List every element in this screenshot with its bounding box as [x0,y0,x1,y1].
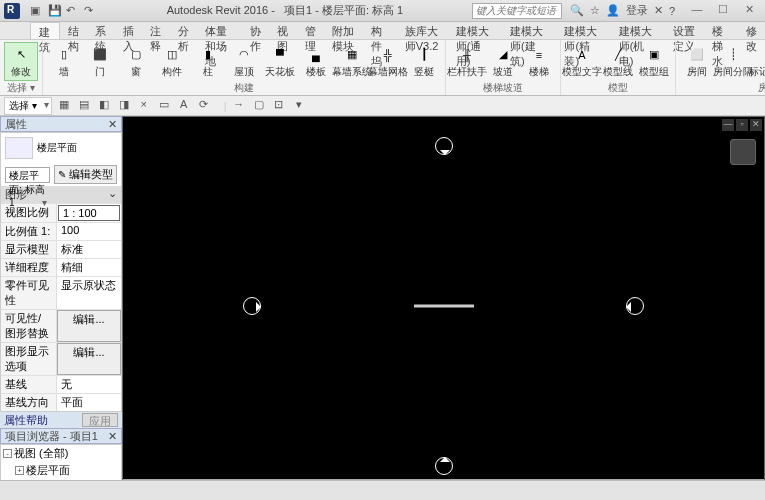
ribbon-button-curtain[interactable]: ▦幕墙系统 [335,42,369,81]
ribbon-tab[interactable]: 分析 [170,22,198,39]
subscription-icon[interactable]: ☆ [590,4,600,17]
ribbon-tab[interactable]: 建模大师(机电) [611,22,665,39]
ribbon-button-window[interactable]: ▢窗 [119,42,153,81]
infocenter-icon[interactable]: 🔍 [570,4,584,17]
options-select[interactable]: 选择 ▾ [4,97,52,115]
view-min-button[interactable]: — [722,119,734,131]
ribbon-button-railing[interactable]: ╫栏杆扶手 [450,42,484,81]
ribbon-tab[interactable]: 建筑 [30,22,60,39]
ribbon-tab[interactable]: 插入 [115,22,143,39]
type-preview[interactable] [5,137,33,159]
minimize-button[interactable]: — [685,3,709,19]
signin-icon[interactable]: 👤 [606,4,620,17]
close-icon[interactable]: ✕ [108,430,117,443]
close-icon[interactable]: ✕ [108,118,117,131]
ribbon-tab[interactable]: 构件坞 [363,22,396,39]
ribbon-tab[interactable]: 楼梯水 [704,22,737,39]
ribbon-button-cursor[interactable]: ↖修改 [4,42,38,81]
view-close-button[interactable]: ✕ [750,119,762,131]
model-element[interactable] [414,305,474,308]
ribbon-button-floor[interactable]: ▄楼板 [299,42,333,81]
property-value[interactable]: 精细 [57,259,121,276]
ribbon-tab[interactable]: 修改 [738,22,765,39]
ribbon-tab[interactable]: 建模大师(通用) [448,22,502,39]
ribbon-tab[interactable]: 建模大师(建筑) [502,22,556,39]
opt-icon[interactable]: ◨ [116,98,132,114]
ribbon-tab[interactable]: 建模大师(精装) [556,22,610,39]
property-value[interactable]: 编辑... [57,310,121,342]
ribbon-button-stair[interactable]: ≡楼梯 [522,42,556,81]
stair-icon: ≡ [529,45,549,65]
ribbon-button-component[interactable]: ◫构件 [155,42,189,81]
opt-icon[interactable]: ▢ [251,98,267,114]
tree-item[interactable]: +楼层平面 [1,462,121,479]
search-input[interactable] [472,3,562,19]
ribbon-button-column[interactable]: ▮柱 [191,42,225,81]
ribbon-button-ramp[interactable]: ◢坡道 [486,42,520,81]
ribbon-button-grid[interactable]: ╬幕墙网格 [371,42,405,81]
maximize-button[interactable]: ☐ [711,3,735,19]
property-value[interactable]: 无 [57,376,121,393]
ribbon-tab[interactable]: 协作 [242,22,270,39]
ribbon-button-roof[interactable]: ◠屋顶 [227,42,261,81]
tree-toggle-icon[interactable]: - [3,449,12,458]
ribbon-button-tag[interactable]: ◈标记房间 [752,42,765,81]
property-value[interactable]: 1 : 100 [58,205,120,221]
ribbon-tab[interactable]: 注释 [142,22,170,39]
ribbon-button-door[interactable]: ⬛门 [83,42,117,81]
elevation-marker-west[interactable] [243,297,261,315]
opt-icon[interactable]: × [136,98,152,114]
opt-icon[interactable]: ▾ [291,98,307,114]
qat-save-icon[interactable]: 💾 [48,4,62,18]
qat-redo-icon[interactable]: ↷ [84,4,98,18]
ribbon-tab[interactable]: 视图 [269,22,297,39]
signin-label[interactable]: 登录 [626,3,648,18]
ribbon-tab[interactable]: 族库大师V3.2 [397,22,448,39]
exchange-icon[interactable]: ✕ [654,4,663,17]
viewport[interactable]: — ▫ ✕ 1 : 100 ▦ ◐ ☀ ▨ ⬚ ▣ 👁 ◎ [122,116,765,496]
ribbon-tab[interactable]: 结构 [60,22,88,39]
opt-icon[interactable]: ⟳ [196,98,212,114]
edit-type-button[interactable]: ✎ 编辑类型 [54,165,117,184]
ribbon-button-text[interactable]: A模型文字 [565,42,599,81]
ribbon-tab[interactable]: 体量和场地 [197,22,242,39]
property-value[interactable]: 编辑... [57,343,121,375]
ribbon-button-mullion[interactable]: ┃竖梃 [407,42,441,81]
opt-icon[interactable]: A [176,98,192,114]
ribbon-button-room[interactable]: ⬜房间 [680,42,714,81]
elevation-marker-north[interactable] [435,137,453,155]
viewcube[interactable] [730,139,756,165]
property-value[interactable]: 平面 [57,394,121,411]
opt-icon[interactable]: ◧ [96,98,112,114]
opt-icon[interactable]: → [231,98,247,114]
close-button[interactable]: ✕ [737,3,761,19]
opt-icon[interactable]: ▦ [56,98,72,114]
help-icon[interactable]: ? [669,5,675,17]
apply-button[interactable]: 应用 [82,413,118,427]
ribbon-button-group[interactable]: ▣模型组 [637,42,671,81]
tree-item[interactable]: -视图 (全部) [1,445,121,462]
opt-icon[interactable]: ▤ [76,98,92,114]
view-max-button[interactable]: ▫ [736,119,748,131]
qat-open-icon[interactable]: ▣ [30,4,44,18]
type-selector[interactable]: 楼层平面: 标高 1 [5,167,50,183]
opt-icon[interactable]: ▭ [156,98,172,114]
ribbon-button-ceiling[interactable]: ▀天花板 [263,42,297,81]
ribbon-tab[interactable]: 附加模块 [324,22,363,39]
property-value[interactable]: 100 [57,223,121,240]
property-value[interactable]: 显示原状态 [57,277,121,309]
opt-icon[interactable]: ⊡ [271,98,287,114]
ribbon-tab[interactable]: 管理 [297,22,325,39]
tree-toggle-icon[interactable]: + [15,466,24,475]
elevation-marker-south[interactable] [435,457,453,475]
ribbon-tab[interactable]: 系统 [87,22,115,39]
qat-undo-icon[interactable]: ↶ [66,4,80,18]
ribbon-tab[interactable]: 设置定义 [665,22,704,39]
app-icon[interactable] [4,3,20,19]
elevation-marker-east[interactable] [626,297,644,315]
property-value[interactable]: 标准 [57,241,121,258]
ribbon-button-wall[interactable]: ▯墙 [47,42,81,81]
ribbon-button-line[interactable]: ╱模型线 [601,42,635,81]
help-link[interactable]: 属性帮助 [4,413,48,427]
ribbon-button-sep[interactable]: ┊房间分隔 [716,42,750,81]
